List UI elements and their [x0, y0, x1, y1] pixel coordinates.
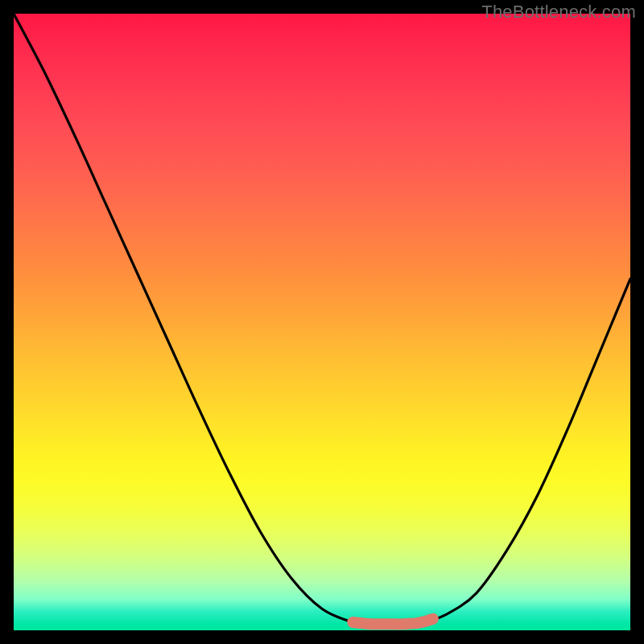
curve-path — [14, 14, 630, 625]
bottleneck-curve — [14, 14, 630, 630]
plot-area — [14, 14, 630, 630]
chart-frame: TheBottleneck.com — [0, 0, 644, 644]
curve-highlight — [353, 619, 433, 625]
watermark-text: TheBottleneck.com — [481, 2, 636, 23]
